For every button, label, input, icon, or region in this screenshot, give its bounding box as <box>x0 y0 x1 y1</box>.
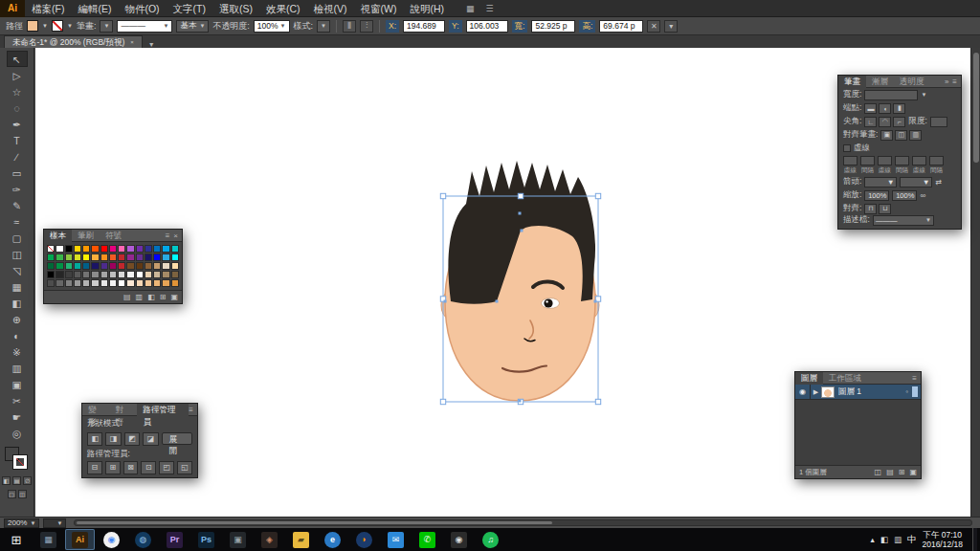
tool-eyedropper[interactable]: ⊕ <box>7 311 28 327</box>
dash-field-4[interactable] <box>912 156 926 165</box>
transform-more-icon[interactable]: ▾ <box>664 20 678 33</box>
taskbar-camera[interactable]: ◉ <box>444 529 474 550</box>
pathfinder-button-0[interactable]: ⊟ <box>87 461 102 474</box>
swatch[interactable] <box>91 262 99 270</box>
zoom-level-dropdown[interactable]: 200%▼ <box>4 518 39 528</box>
menu-item-7[interactable]: 視窗(W) <box>354 0 404 17</box>
x-input[interactable]: 194.689 <box>403 20 445 33</box>
swatch[interactable] <box>56 262 63 270</box>
swatch[interactable] <box>118 253 125 261</box>
swatch[interactable] <box>171 279 179 287</box>
swatch[interactable] <box>153 271 161 278</box>
panel-menu-icon[interactable]: ≡ <box>912 374 917 383</box>
swatch[interactable] <box>153 279 161 287</box>
tool-free-transform[interactable]: ▢ <box>7 230 28 246</box>
tool-mesh[interactable]: ▦ <box>7 278 28 295</box>
swatch[interactable] <box>74 271 81 278</box>
swatch[interactable] <box>100 271 108 278</box>
pathfinder-button-4[interactable]: ◰ <box>159 461 174 474</box>
menu-item-2[interactable]: 物件(O) <box>118 0 166 17</box>
align-icon[interactable]: ⫼ <box>343 20 356 33</box>
swatches-footer-icon-2[interactable]: ◧ <box>147 293 155 301</box>
swatch[interactable] <box>91 253 99 261</box>
tool-pencil[interactable]: ✎ <box>7 197 28 213</box>
shape-mode-button-3[interactable]: ◪ <box>143 432 158 446</box>
swatch[interactable] <box>171 262 179 270</box>
distribute-icon[interactable]: ⫶ <box>360 20 373 33</box>
swatch[interactable] <box>136 271 144 278</box>
menu-item-4[interactable]: 選取(S) <box>212 0 259 17</box>
swatch[interactable] <box>47 262 55 270</box>
swatch[interactable] <box>56 253 63 261</box>
horizontal-scrollbar-thumb[interactable] <box>77 521 551 524</box>
swatch[interactable] <box>118 279 125 287</box>
swatch[interactable] <box>118 245 125 253</box>
tool-magic-wand[interactable]: ☆ <box>7 83 28 99</box>
taskbar-app-dark-2[interactable]: ◈ <box>255 529 284 550</box>
swatch[interactable] <box>126 279 134 287</box>
swatch[interactable] <box>153 245 161 253</box>
taskbar-photoshop[interactable]: Ps <box>191 529 221 550</box>
tool-lasso[interactable]: ◌ <box>7 99 28 116</box>
tool-blend[interactable]: ◐ <box>7 327 28 343</box>
swatch[interactable] <box>126 262 134 270</box>
tool-artboard[interactable]: ▣ <box>7 376 28 392</box>
selection-indicator[interactable] <box>912 386 918 397</box>
gradient-button[interactable]: ▤ <box>12 476 21 485</box>
layers-footer-icon-3[interactable]: ▣ <box>909 468 917 476</box>
swatch[interactable] <box>126 253 134 261</box>
tool-column-graph[interactable]: ▥ <box>7 360 28 376</box>
hidden-icons-arrow[interactable]: ▴ <box>871 535 875 544</box>
swatch[interactable] <box>100 262 108 270</box>
arrow-align-button-0[interactable]: ⊓ <box>864 204 877 214</box>
tab-transform[interactable]: 變形 <box>82 404 110 416</box>
start-button[interactable]: ⊞ <box>0 528 33 551</box>
menu-item-6[interactable]: 檢視(V) <box>307 0 354 17</box>
tab-transparency[interactable]: 透明度 <box>894 76 930 88</box>
tab-artboards[interactable]: 工作區域 <box>823 372 867 385</box>
tool-shape-builder[interactable]: ◫ <box>7 246 28 262</box>
network-icon[interactable]: ▥ <box>894 535 902 544</box>
swatch[interactable] <box>82 262 90 270</box>
eye-pupil[interactable] <box>544 298 552 307</box>
swatch[interactable] <box>91 271 99 278</box>
swatch[interactable] <box>109 245 117 253</box>
layer-thumbnail[interactable] <box>821 386 835 398</box>
miter-limit-input[interactable] <box>930 117 947 127</box>
corner-button-0[interactable]: ∟ <box>864 117 877 127</box>
arrowhead-start-dropdown[interactable]: ▼ <box>864 177 897 187</box>
swatch[interactable] <box>65 279 73 287</box>
taskbar-file-explorer[interactable]: ▰ <box>286 529 316 550</box>
swatch[interactable] <box>153 253 161 261</box>
swatch[interactable] <box>136 245 144 253</box>
tool-symbol-sprayer[interactable]: ※ <box>7 343 28 360</box>
swatch[interactable] <box>74 245 81 253</box>
dashed-line-checkbox[interactable] <box>843 144 851 152</box>
corner-button-1[interactable]: ◠ <box>879 117 891 127</box>
stroke-caret-icon[interactable]: ▼ <box>67 23 73 29</box>
swatch[interactable] <box>82 279 90 287</box>
tool-selection[interactable]: ↖ <box>7 51 28 67</box>
swatch[interactable] <box>118 262 125 270</box>
align-stroke-button-2[interactable]: ▥ <box>909 130 922 141</box>
corner-button-2[interactable]: ⌐ <box>893 117 905 127</box>
swatch[interactable] <box>136 253 144 261</box>
brush-definition-dropdown[interactable]: 基本▼ <box>176 20 209 33</box>
swatch[interactable] <box>47 253 55 261</box>
swatch[interactable] <box>47 271 55 278</box>
swatch[interactable] <box>65 271 73 278</box>
pathfinder-button-1[interactable]: ⊞ <box>105 461 121 474</box>
tool-direct-selection[interactable]: ▷ <box>7 67 28 83</box>
tool-pen[interactable]: ✒ <box>7 116 28 132</box>
swatch[interactable] <box>65 253 73 261</box>
tab-overflow-icon[interactable]: ▼ <box>148 41 155 48</box>
tab-swatches[interactable]: 樣本 <box>44 230 72 242</box>
swatch[interactable] <box>126 245 134 253</box>
dash-field-1[interactable] <box>860 156 875 165</box>
screen-mode-icon[interactable]: ◫ <box>18 490 27 498</box>
layers-footer-icon-0[interactable]: ◫ <box>875 468 882 476</box>
layers-footer-icon-2[interactable]: ⊞ <box>899 468 905 476</box>
swatch[interactable] <box>65 262 73 270</box>
height-input[interactable]: 69.674 p <box>599 20 643 33</box>
arrow-align-button-1[interactable]: ⊔ <box>879 204 891 214</box>
